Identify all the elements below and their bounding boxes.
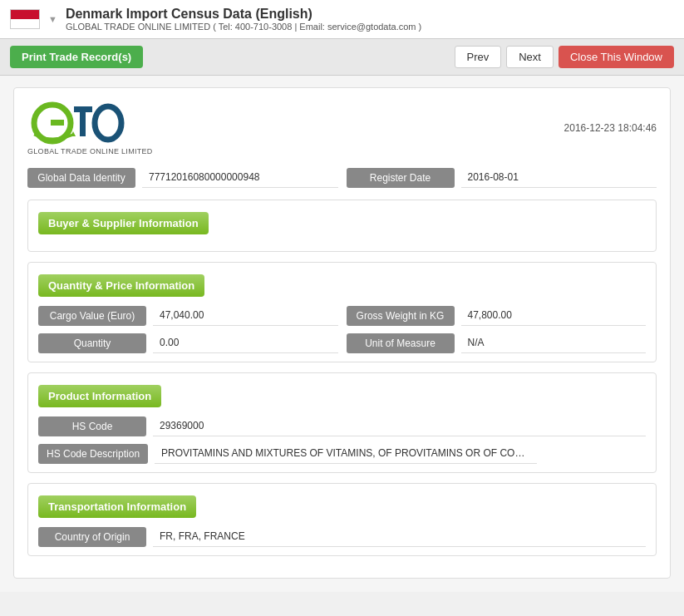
header-bar: ▼ Denmark Import Census Data (English) G… bbox=[0, 0, 684, 39]
product-header: Product Information bbox=[38, 385, 161, 407]
quantity-uom-row: Quantity 0.00 Unit of Measure N/A bbox=[38, 333, 646, 353]
cargo-value-group: Cargo Value (Euro) 47,040.00 bbox=[38, 305, 338, 326]
logo-area: GLOBAL TRADE ONLINE LIMITED bbox=[27, 100, 153, 155]
buyer-supplier-section: Buyer & Supplier Information bbox=[27, 200, 657, 252]
transportation-section: Transportation Information Country of Or… bbox=[27, 483, 657, 556]
uom-group: Unit of Measure N/A bbox=[347, 333, 647, 353]
svg-rect-3 bbox=[80, 106, 86, 136]
buyer-supplier-header: Buyer & Supplier Information bbox=[38, 212, 209, 234]
identity-row: Global Data Identity 7771201608000000094… bbox=[27, 167, 657, 188]
country-of-origin-label: Country of Origin bbox=[38, 527, 146, 547]
main-content: GLOBAL TRADE ONLINE LIMITED 2016-12-23 1… bbox=[0, 76, 684, 592]
quantity-label: Quantity bbox=[38, 333, 146, 353]
country-of-origin-row: Country of Origin FR, FRA, FRANCE bbox=[38, 526, 646, 547]
hs-code-label: HS Code bbox=[38, 416, 146, 436]
timestamp: 2016-12-23 18:04:46 bbox=[564, 122, 657, 134]
gross-weight-group: Gross Weight in KG 47,800.00 bbox=[347, 305, 647, 326]
register-date-value: 2016-08-01 bbox=[461, 167, 657, 188]
quantity-price-header: Quantity & Price Information bbox=[38, 274, 204, 297]
close-button[interactable]: Close This Window bbox=[559, 46, 674, 68]
prev-button[interactable]: Prev bbox=[455, 46, 502, 68]
global-data-value: 77712016080000000948 bbox=[142, 167, 338, 188]
print-button[interactable]: Print Trade Record(s) bbox=[10, 46, 143, 68]
register-date-group: Register Date 2016-08-01 bbox=[347, 167, 657, 188]
gto-logo bbox=[27, 100, 127, 145]
hs-desc-value: PROVITAMINS AND MIXTURES OF VITAMINS, OF… bbox=[155, 443, 537, 464]
svg-point-4 bbox=[95, 106, 121, 140]
global-data-label: Global Data Identity bbox=[27, 168, 135, 188]
uom-value: N/A bbox=[461, 333, 647, 353]
cargo-gross-row: Cargo Value (Euro) 47,040.00 Gross Weigh… bbox=[38, 305, 646, 326]
dropdown-arrow[interactable]: ▼ bbox=[48, 14, 57, 24]
cargo-value-value: 47,040.00 bbox=[153, 305, 338, 326]
identity-field-group: Global Data Identity 7771201608000000094… bbox=[27, 167, 338, 188]
flag-denmark bbox=[10, 9, 40, 29]
next-button[interactable]: Next bbox=[506, 46, 554, 68]
country-of-origin-value: FR, FRA, FRANCE bbox=[153, 526, 646, 547]
uom-label: Unit of Measure bbox=[347, 333, 455, 353]
quantity-price-section: Quantity & Price Information Cargo Value… bbox=[27, 262, 657, 362]
hs-code-value: 29369000 bbox=[153, 416, 646, 436]
hs-code-row: HS Code 29369000 bbox=[38, 416, 646, 436]
toolbar: Print Trade Record(s) Prev Next Close Th… bbox=[0, 39, 684, 76]
gross-weight-value: 47,800.00 bbox=[461, 305, 647, 326]
page-subtitle: GLOBAL TRADE ONLINE LIMITED ( Tel: 400-7… bbox=[66, 22, 674, 32]
hs-desc-row: HS Code Description PROVITAMINS AND MIXT… bbox=[38, 443, 646, 464]
page-title: Denmark Import Census Data (English) bbox=[66, 7, 674, 22]
product-section: Product Information HS Code 29369000 HS … bbox=[27, 372, 657, 473]
record-card: GLOBAL TRADE ONLINE LIMITED 2016-12-23 1… bbox=[13, 87, 671, 579]
svg-rect-1 bbox=[51, 120, 64, 126]
header-title-block: Denmark Import Census Data (English) GLO… bbox=[66, 7, 674, 32]
cargo-value-label: Cargo Value (Euro) bbox=[38, 306, 146, 326]
company-name-label: GLOBAL TRADE ONLINE LIMITED bbox=[27, 147, 153, 155]
logo-row: GLOBAL TRADE ONLINE LIMITED 2016-12-23 1… bbox=[27, 100, 657, 155]
gross-weight-label: Gross Weight in KG bbox=[347, 306, 455, 326]
transportation-header: Transportation Information bbox=[38, 495, 196, 518]
quantity-value: 0.00 bbox=[153, 333, 338, 353]
register-date-label: Register Date bbox=[347, 168, 455, 188]
hs-desc-label: HS Code Description bbox=[38, 444, 148, 464]
quantity-group: Quantity 0.00 bbox=[38, 333, 338, 353]
